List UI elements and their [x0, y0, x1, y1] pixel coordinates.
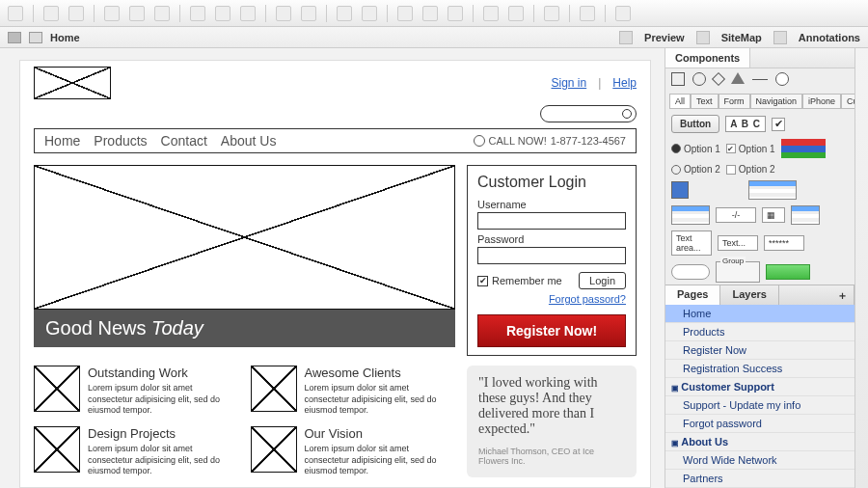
annotations-button[interactable]: Annotations — [799, 32, 860, 43]
distribute-v-icon[interactable] — [508, 6, 524, 21]
comp-checkbox[interactable]: ✔ — [772, 118, 785, 131]
underline-icon[interactable] — [154, 6, 170, 21]
hero-title[interactable]: Good News Today — [34, 310, 455, 347]
feature-image-placeholder[interactable] — [251, 366, 297, 412]
comp-groupbox[interactable] — [716, 261, 760, 283]
feature-item: Outstanding WorkLorem ipsum dolor sit am… — [34, 366, 239, 417]
feature-title: Our Vision — [305, 426, 456, 441]
circle-icon[interactable] — [692, 72, 706, 86]
comp-grid[interactable] — [671, 205, 710, 225]
comp-textarea[interactable]: Text area... — [671, 230, 712, 256]
page-item-products[interactable]: Products — [665, 323, 854, 341]
settings-icon[interactable] — [615, 6, 631, 21]
feature-image-placeholder[interactable] — [34, 426, 80, 473]
comp-radio-2[interactable]: Option 2 — [671, 164, 720, 175]
logo-placeholder[interactable] — [34, 67, 111, 99]
nav-products[interactable]: Products — [94, 133, 147, 149]
filter-form[interactable]: Form — [719, 94, 750, 109]
tab-components[interactable]: Components — [665, 48, 750, 68]
password-input[interactable] — [477, 247, 626, 264]
sitemap-button[interactable]: SiteMap — [721, 32, 762, 43]
search-input[interactable] — [540, 105, 637, 122]
help-link[interactable]: Help — [612, 76, 637, 90]
comp-list[interactable] — [791, 205, 820, 225]
back-icon[interactable] — [301, 6, 316, 21]
front-icon[interactable] — [276, 6, 291, 21]
page-group-support[interactable]: Customer Support — [665, 378, 854, 396]
preview-icon[interactable] — [619, 31, 633, 44]
comp-colors[interactable] — [781, 139, 826, 158]
group-icon[interactable] — [337, 6, 352, 21]
page-item-reg-success[interactable]: Registration Success — [665, 360, 854, 378]
register-button[interactable]: Register Now! — [477, 314, 626, 347]
home-icon[interactable] — [8, 32, 21, 43]
canvas-area[interactable]: Sign in | Help Home Products Contact Abo… — [0, 48, 665, 488]
lock-icon[interactable] — [544, 6, 559, 21]
page-item-register[interactable]: Register Now — [665, 341, 854, 360]
align-left-icon[interactable] — [190, 6, 205, 21]
back-nav-icon[interactable] — [29, 32, 42, 43]
cloud-icon[interactable] — [775, 72, 789, 86]
preview-button[interactable]: Preview — [644, 32, 685, 43]
redo-icon[interactable] — [68, 6, 84, 21]
hero-image-placeholder[interactable] — [34, 165, 455, 310]
comp-button[interactable]: Button — [671, 115, 719, 133]
align-top-icon[interactable] — [397, 6, 413, 21]
page-item-support-update[interactable]: Support - Update my info — [665, 396, 854, 415]
page-group-about[interactable]: About Us — [665, 433, 854, 451]
forgot-link[interactable]: Forgot passord? — [549, 293, 626, 305]
open-icon[interactable] — [8, 6, 23, 21]
comp-window[interactable] — [671, 181, 689, 199]
login-button[interactable]: Login — [579, 272, 626, 289]
copy-icon[interactable] — [580, 6, 595, 21]
ungroup-icon[interactable] — [362, 6, 377, 21]
diamond-icon[interactable] — [712, 72, 725, 86]
filter-text[interactable]: Text — [691, 94, 719, 109]
filter-iphone[interactable]: iPhone — [802, 94, 841, 109]
line-icon[interactable] — [752, 79, 768, 80]
align-bottom-icon[interactable] — [448, 6, 463, 21]
annotations-icon[interactable] — [773, 31, 787, 44]
comp-heading[interactable]: A B C — [725, 116, 766, 132]
feature-image-placeholder[interactable] — [34, 366, 80, 412]
breadcrumb: Home Preview SiteMap Annotations — [0, 27, 868, 48]
italic-icon[interactable] — [129, 6, 145, 21]
tab-layers[interactable]: Layers — [720, 285, 778, 305]
bold-icon[interactable] — [104, 6, 120, 21]
feature-image-placeholder[interactable] — [251, 426, 297, 473]
remember-checkbox[interactable]: ✔ — [477, 276, 488, 286]
filter-nav[interactable]: Navigation — [750, 94, 803, 109]
username-input[interactable] — [477, 212, 626, 230]
signin-link[interactable]: Sign in — [551, 76, 586, 90]
comp-check-option-2[interactable]: Option 2 — [726, 164, 775, 175]
add-page-icon[interactable]: ＋ — [831, 285, 854, 305]
comp-textfield[interactable]: Text... — [718, 235, 758, 251]
comp-password[interactable]: ****** — [764, 235, 804, 251]
filter-all[interactable]: All — [669, 94, 691, 109]
comp-slider[interactable]: -/- — [716, 207, 756, 223]
undo-icon[interactable] — [43, 6, 59, 21]
nav-about[interactable]: About Us — [221, 133, 277, 149]
distribute-h-icon[interactable] — [483, 6, 499, 21]
page-item-forgot[interactable]: Forgot password — [665, 415, 854, 433]
comp-radio[interactable]: Option 1 — [671, 144, 720, 154]
nav-home[interactable]: Home — [44, 133, 80, 149]
comp-progress[interactable] — [766, 264, 810, 280]
align-center-icon[interactable] — [215, 6, 231, 21]
comp-calendar[interactable]: ▦ — [762, 207, 785, 223]
align-middle-icon[interactable] — [422, 6, 438, 21]
page-item-partners[interactable]: Partners — [665, 470, 854, 488]
align-right-icon[interactable] — [240, 6, 256, 21]
component-filters: All Text Form Navigation iPhone Custom — [665, 90, 854, 109]
triangle-icon[interactable] — [731, 72, 745, 84]
square-icon[interactable] — [671, 72, 685, 86]
page-item-home[interactable]: Home — [665, 305, 854, 323]
comp-search[interactable] — [671, 264, 710, 280]
comp-check-option[interactable]: ✔Option 1 — [726, 144, 775, 154]
nav-contact[interactable]: Contact — [161, 133, 207, 149]
breadcrumb-home[interactable]: Home — [50, 32, 80, 43]
comp-table[interactable] — [748, 180, 797, 200]
tab-pages[interactable]: Pages — [665, 285, 720, 305]
sitemap-icon[interactable] — [696, 31, 710, 44]
page-item-wwn[interactable]: Word Wide Network — [665, 451, 854, 470]
